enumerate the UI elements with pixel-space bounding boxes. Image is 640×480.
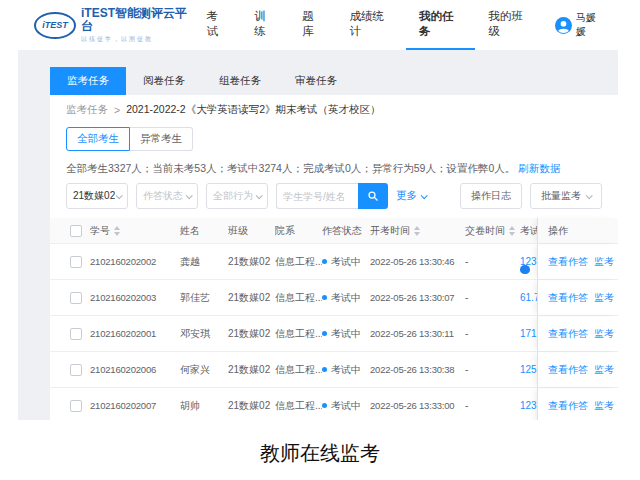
chevron-down-icon	[586, 192, 593, 199]
chevron-down-icon	[116, 192, 123, 199]
sort-icon[interactable]	[414, 226, 420, 236]
search-button[interactable]	[358, 183, 388, 209]
view-answer-link[interactable]: 查看作答	[548, 363, 588, 377]
top-navbar: iTEST iTEST智能测评云平台 以练促学，以测促教 考试 训练 题库 成绩…	[18, 0, 618, 50]
monitor-link[interactable]: 监考	[594, 363, 614, 377]
sort-icon[interactable]	[509, 226, 515, 236]
itest-logo[interactable]: iTEST iTEST智能测评云平台 以练促学，以测促教	[34, 7, 194, 44]
chevron-down-icon	[186, 192, 193, 199]
submit-time: -	[465, 352, 520, 387]
monitor-link[interactable]: 监考	[594, 327, 614, 341]
nav-item-exam[interactable]: 考试	[194, 0, 242, 50]
student-class: 21数媒02	[228, 352, 275, 387]
content-card: 监考任务 > 2021-2022-2《大学英语读写2》期末考试（英才校区） 全部…	[50, 95, 618, 420]
view-answer-link[interactable]: 查看作答	[548, 399, 588, 413]
status-text: 考试中	[331, 291, 361, 305]
breadcrumb-parent[interactable]: 监考任务	[66, 103, 108, 117]
row-checkbox[interactable]	[70, 328, 82, 340]
abnormal-examinees-button[interactable]: 异常考生	[130, 127, 193, 151]
monitor-link[interactable]: 监考	[594, 255, 614, 269]
student-dept: 信息工程...	[275, 244, 322, 279]
class-select-value: 21数媒02	[73, 189, 115, 203]
table-row: 2102160202006 何家兴 21数媒02 信息工程... 考试中 202…	[50, 352, 618, 388]
status-dot-icon	[322, 295, 327, 300]
breadcrumb: 监考任务 > 2021-2022-2《大学英语读写2》期末考试（英才校区）	[66, 103, 602, 117]
column-header-dept: 院系	[275, 218, 322, 243]
column-header-submit[interactable]: 交卷时间	[465, 224, 505, 238]
start-time: 2022-05-26 13:30:46	[370, 244, 465, 279]
answer-status-select[interactable]: 作答状态	[136, 183, 198, 209]
nav-item-question-bank[interactable]: 题库	[289, 0, 337, 50]
search-icon	[367, 190, 379, 202]
behavior-select[interactable]: 全部行为	[206, 183, 268, 209]
batch-proctor-label: 批量监考	[541, 189, 581, 203]
table-header-row: 学号 姓名 班级 院系 作答状态 开考时间 交卷时间 考试用时 操作	[50, 218, 618, 244]
filter-bar: 21数媒02 作答状态 全部行为 更多	[66, 183, 602, 209]
itest-app-window: iTEST iTEST智能测评云平台 以练促学，以测促教 考试 训练 题库 成绩…	[18, 0, 618, 420]
row-checkbox[interactable]	[70, 256, 82, 268]
status-dot-icon	[322, 403, 327, 408]
nav-item-training[interactable]: 训练	[241, 0, 289, 50]
sort-icon[interactable]	[114, 226, 120, 236]
task-tabbar: 监考任务 阅卷任务 组卷任务 审卷任务	[50, 67, 618, 95]
column-header-id[interactable]: 学号	[90, 224, 110, 238]
column-header-class: 班级	[228, 218, 275, 243]
status-text: 考试中	[331, 255, 361, 269]
student-dept: 信息工程...	[275, 388, 322, 420]
row-checkbox[interactable]	[70, 364, 82, 376]
view-answer-link[interactable]: 查看作答	[548, 327, 588, 341]
itest-logo-icon: iTEST	[34, 12, 76, 39]
row-checkbox[interactable]	[70, 400, 82, 412]
search-input[interactable]	[276, 183, 358, 209]
column-header-duration: 考试用时	[520, 218, 537, 243]
column-header-name: 姓名	[180, 218, 228, 243]
nav-item-my-classes[interactable]: 我的班级	[475, 0, 544, 50]
nav-item-my-tasks[interactable]: 我的任务	[406, 0, 475, 50]
status-dot-icon	[322, 259, 327, 264]
tab-paper-review-tasks[interactable]: 审卷任务	[278, 67, 354, 95]
examinee-filter-toggle: 全部考生 异常考生	[66, 127, 193, 151]
tab-proctor-tasks[interactable]: 监考任务	[50, 67, 126, 95]
student-class: 21数媒02	[228, 316, 275, 351]
submit-time: -	[465, 280, 520, 315]
mouse-cursor-dot	[520, 265, 530, 274]
all-examinees-button[interactable]: 全部考生	[66, 127, 130, 151]
student-dept: 信息工程...	[275, 280, 322, 315]
page: iTEST iTEST智能测评云平台 以练促学，以测促教 考试 训练 题库 成绩…	[0, 0, 640, 480]
student-name: 胡帅	[180, 388, 228, 420]
tab-grading-tasks[interactable]: 阅卷任务	[126, 67, 202, 95]
exam-duration: 61.7	[520, 280, 537, 315]
exam-stats-line: 全部考生3327人；当前未考53人；考试中3274人；完成考试0人；异常行为59…	[66, 162, 602, 175]
logo-title: iTEST智能测评云平台	[81, 7, 194, 33]
view-answer-link[interactable]: 查看作答	[548, 291, 588, 305]
tab-paper-assembly-tasks[interactable]: 组卷任务	[202, 67, 278, 95]
caption: 教师在线监考	[0, 440, 640, 467]
user-menu[interactable]: 马媛媛	[555, 11, 604, 39]
behavior-placeholder: 全部行为	[213, 189, 253, 203]
submit-time: -	[465, 244, 520, 279]
student-name: 何家兴	[180, 352, 228, 387]
row-checkbox[interactable]	[70, 292, 82, 304]
stats-summary: 全部考生3327人；当前未考53人；考试中3274人；完成考试0人；异常行为59…	[66, 162, 515, 174]
monitor-link[interactable]: 监考	[594, 291, 614, 305]
operation-log-button[interactable]: 操作日志	[460, 183, 522, 209]
nav-item-score-stats[interactable]: 成绩统计	[337, 0, 406, 50]
more-label: 更多	[396, 189, 417, 203]
refresh-data-link[interactable]: 刷新数据	[518, 162, 560, 174]
select-all-checkbox[interactable]	[70, 225, 82, 237]
status-text: 考试中	[331, 363, 361, 377]
start-time: 2022-05-26 13:33:00	[370, 388, 465, 420]
chevron-down-icon	[256, 192, 263, 199]
student-name: 龚越	[180, 244, 228, 279]
view-answer-link[interactable]: 查看作答	[548, 255, 588, 269]
logo-tagline: 以练促学，以测促教	[81, 35, 194, 44]
student-class: 21数媒02	[228, 244, 275, 279]
answer-status-placeholder: 作答状态	[143, 189, 183, 203]
class-select[interactable]: 21数媒02	[66, 183, 128, 209]
main-nav: 考试 训练 题库 成绩统计 我的任务 我的班级	[194, 0, 545, 50]
column-header-start[interactable]: 开考时间	[370, 224, 410, 238]
monitor-link[interactable]: 监考	[594, 399, 614, 413]
exam-duration: 125	[520, 352, 537, 387]
batch-proctor-button[interactable]: 批量监考	[530, 183, 602, 209]
more-filters-link[interactable]: 更多	[396, 189, 426, 203]
